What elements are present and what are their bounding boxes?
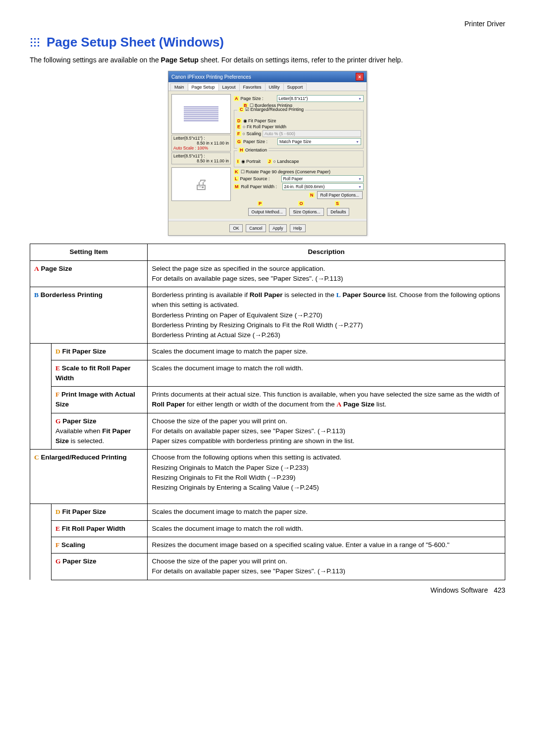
marker-n: N <box>309 193 315 198</box>
marker-p: P <box>258 201 263 206</box>
tab-page-setup[interactable]: Page Setup <box>188 83 219 91</box>
preview-info1: Letter(8.5"x11") : 8.50 in x 11.00 in Au… <box>171 135 231 151</box>
marker-h: H <box>239 148 244 152</box>
marker-c: C <box>239 107 244 112</box>
page-size-label: Page Size : <box>241 96 275 101</box>
roll-width-label: Roll Paper Width : <box>241 184 281 189</box>
row-g: G Paper SizeAvailable when Fit Paper Siz… <box>30 413 505 450</box>
paper-source-select[interactable]: Roll Paper▼ <box>281 175 364 182</box>
th-desc: Description <box>148 244 505 260</box>
scaling-radio[interactable]: ○ Scaling <box>243 131 261 136</box>
portrait-radio[interactable]: ◉ Portrait <box>241 159 261 164</box>
screenshot-container: Canon iPFxxxx Printing Preferences × Mai… <box>30 71 505 236</box>
page-footer: Windows Software 423 <box>30 586 505 594</box>
marker-s: S <box>335 201 340 206</box>
chevron-down-icon: ▼ <box>356 140 359 144</box>
chevron-down-icon: ▼ <box>358 97 362 101</box>
chevron-down-icon: ▼ <box>358 177 362 181</box>
dialog-titlebar: Canon iPFxxxx Printing Preferences × <box>168 71 367 82</box>
marker-f: F <box>236 131 241 136</box>
row-g2: G Paper Size Choose the size of the pape… <box>30 554 505 580</box>
ok-button[interactable]: OK <box>229 224 242 232</box>
marker-e: E <box>236 124 241 129</box>
marker-d: D <box>236 118 242 123</box>
row-e: E Scale to fit Roll Paper Width Scales t… <box>30 360 505 387</box>
marker-a: A <box>234 96 239 101</box>
marker-k: K <box>234 169 239 174</box>
page-size-select[interactable]: Letter(8.5"x11")▼ <box>277 95 364 102</box>
page-title: Page Setup Sheet (Windows) <box>30 35 505 50</box>
close-icon[interactable]: × <box>356 73 364 81</box>
intro-text: The following settings are available on … <box>30 55 505 65</box>
scaling-value: Auto % (5 - 600) <box>263 130 361 137</box>
rotate-checkbox[interactable]: ☐ Rotate Page 90 degrees (Conserve Paper… <box>241 169 331 174</box>
dialog-footer: OK Cancel Apply Help <box>168 221 367 235</box>
row-a: A Page Size Select the page size as spec… <box>30 260 505 287</box>
tab-main[interactable]: Main <box>170 83 188 91</box>
orientation-group: H Orientation I◉ Portrait J○ Landscape <box>234 151 364 167</box>
th-setting: Setting Item <box>30 244 148 260</box>
paper-source-label: Paper Source : <box>240 176 280 181</box>
marker-j: J <box>268 159 272 164</box>
preview-info2: Letter(8.5"x11") : 8.50 in x 11.00 in <box>171 152 231 164</box>
paper-size-label: Paper Size : <box>243 139 276 144</box>
dialog-window: Canon iPFxxxx Printing Preferences × Mai… <box>168 71 367 236</box>
chevron-down-icon: ▼ <box>358 185 362 189</box>
printer-icon: 🖨 <box>194 176 208 193</box>
fit-roll-radio[interactable]: ○ Fit Roll Paper Width <box>243 124 286 129</box>
tab-utility[interactable]: Utility <box>265 83 284 91</box>
row-d: D Fit Paper Size Scales the document ima… <box>30 344 505 360</box>
marker-g: G <box>236 139 242 144</box>
settings-table: Setting Item Description A Page Size Sel… <box>30 244 505 580</box>
row-b: B Borderless Printing Borderless printin… <box>30 287 505 344</box>
apply-button[interactable]: Apply <box>269 224 286 232</box>
dialog-title: Canon iPFxxxx Printing Preferences <box>171 74 251 80</box>
intro-pre: The following settings are available on … <box>30 56 161 64</box>
dialog-right-panel: A Page Size : Letter(8.5"x11")▼ B ☐ Bord… <box>234 94 364 216</box>
cancel-button[interactable]: Cancel <box>246 224 266 232</box>
fit-paper-radio[interactable]: ◉ Fit Paper Size <box>243 118 276 123</box>
landscape-radio[interactable]: ○ Landscape <box>273 159 299 164</box>
roll-width-select[interactable]: 24-in. Roll (609.6mm)▼ <box>282 183 364 190</box>
intro-post: sheet. For details on settings items, re… <box>199 56 403 64</box>
tab-favorites[interactable]: Favorites <box>239 83 266 91</box>
dialog-tabs: MainPage SetupLayoutFavoritesUtilitySupp… <box>168 82 367 91</box>
row-f: F Print Image with Actual Size Prints do… <box>30 387 505 413</box>
marker-i: I <box>236 159 240 164</box>
row-c: C Enlarged/Reduced Printing Choose from … <box>30 450 505 504</box>
dialog-left-panel: Letter(8.5"x11") : 8.50 in x 11.00 in Au… <box>171 94 231 216</box>
row-e2: E Fit Roll Paper Width Scales the docume… <box>30 520 505 537</box>
tab-support[interactable]: Support <box>283 83 307 91</box>
marker-o: O <box>298 201 304 206</box>
help-button[interactable]: Help <box>290 224 305 232</box>
paper-size-select[interactable]: Match Page Size▼ <box>277 138 361 145</box>
marker-l: L <box>234 176 239 181</box>
intro-sheet: Page Setup <box>161 56 199 64</box>
row-f2: F Scaling Resizes the document image bas… <box>30 537 505 553</box>
enlarge-group: C ☑ Enlarged/Reduced Printing D◉ Fit Pap… <box>234 110 364 149</box>
output-method-button[interactable]: Output Method... <box>248 208 286 216</box>
dialog-body: Letter(8.5"x11") : 8.50 in x 11.00 in Au… <box>168 91 367 219</box>
tab-layout[interactable]: Layout <box>218 83 240 91</box>
header-section: Printer Driver <box>30 20 505 28</box>
roll-options-button[interactable]: Roll Paper Options... <box>317 191 363 199</box>
printer-preview: 🖨 <box>171 167 231 201</box>
defaults-button[interactable]: Defaults <box>327 208 349 216</box>
page-preview <box>171 94 231 134</box>
marker-m: M <box>234 184 240 189</box>
size-options-button[interactable]: Size Options... <box>289 208 323 216</box>
row-d2: D Fit Paper Size Scales the document ima… <box>30 504 505 520</box>
